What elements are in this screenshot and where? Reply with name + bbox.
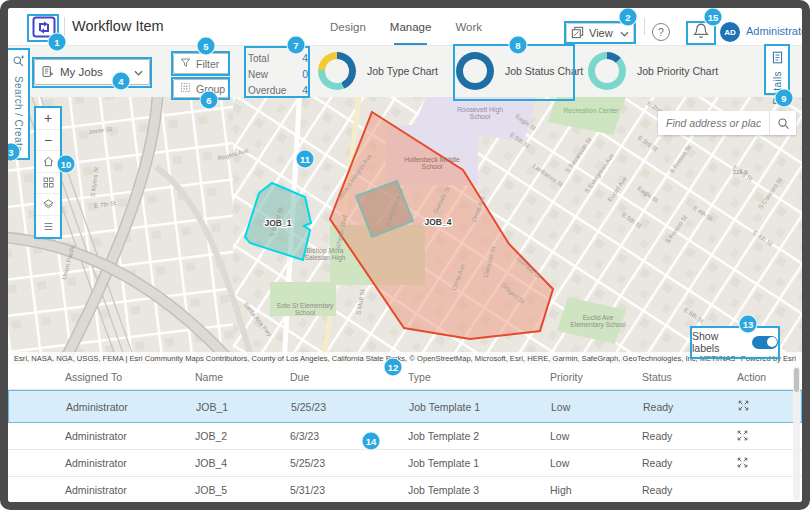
jobs-icon <box>41 65 54 80</box>
table-cell: JOB_5 <box>187 484 282 496</box>
tab-manage[interactable]: Manage <box>390 8 432 45</box>
table-scrollbar[interactable] <box>793 366 800 500</box>
table-cell: Job Template 1 <box>401 401 543 413</box>
find-address-box <box>658 111 796 135</box>
window-frame: Workflow Item DesignManageWork View ? AD… <box>0 0 810 510</box>
home-button[interactable] <box>36 151 60 173</box>
job-type-chart-donut <box>318 52 356 90</box>
table-cell: Job Template 3 <box>400 484 542 496</box>
zoom-to-action-button[interactable] <box>730 400 801 413</box>
show-labels-toggle[interactable] <box>752 336 778 349</box>
table-cell: Low <box>543 401 635 413</box>
details-doc-icon <box>771 50 784 68</box>
table-cell: Ready <box>634 457 729 469</box>
col-header-type: Type <box>400 371 542 383</box>
legend-button[interactable] <box>36 216 60 238</box>
table-cell: High <box>542 484 634 496</box>
page-title: Workflow Item <box>72 18 164 34</box>
filter-funnel-icon <box>180 57 191 70</box>
table-cell: JOB_2 <box>187 430 282 442</box>
basemap-button[interactable] <box>36 173 60 195</box>
col-header-due: Due <box>282 371 400 383</box>
zoom-in-button[interactable]: + <box>36 108 60 130</box>
attribution-text: Esri, NASA, NGA, USGS, FEMA | Esri Commu… <box>14 354 735 363</box>
map-attribution: Esri, NASA, NGA, USGS, FEMA | Esri Commu… <box>8 352 802 364</box>
table-cell: JOB_1 <box>188 401 283 413</box>
table-cell: Administrator <box>57 484 187 496</box>
stat-total: Total4 <box>248 50 308 66</box>
user-name[interactable]: Administrator <box>746 25 802 37</box>
table-row-job_5[interactable]: AdministratorJOB_55/31/23Job Template 3H… <box>8 477 802 502</box>
col-header-status: Status <box>634 371 729 383</box>
table-cell: Ready <box>634 484 729 496</box>
job-priority-chart-donut <box>588 52 626 90</box>
details-label: Details <box>772 71 783 104</box>
basemap: JOB_1JOB_4 <box>8 97 802 364</box>
charts-toolbar: My Jobs Filter Group Total4New0Overdue4 … <box>8 45 802 97</box>
table-cell: Job Template 1 <box>400 457 542 469</box>
jobs-dropdown[interactable]: My Jobs <box>34 59 150 85</box>
job-status-chart-label: Job Status Chart <box>505 65 583 77</box>
col-header-assigned-to: Assigned To <box>57 371 187 383</box>
table-cell: Ready <box>635 401 730 413</box>
jobs-table: Assigned ToNameDueTypePriorityStatusActi… <box>8 364 802 502</box>
scrollbar-thumb[interactable] <box>794 368 799 392</box>
job-priority-chart-label: Job Priority Chart <box>637 65 718 77</box>
view-icon <box>571 26 584 41</box>
job-priority-chart: Job Priority Chart <box>588 52 718 90</box>
map-search-button[interactable] <box>769 111 796 135</box>
search-create-label: Search / Create <box>13 76 24 152</box>
table-cell: 5/25/23 <box>283 401 401 413</box>
table-cell: Administrator <box>57 457 187 469</box>
job-status-chart-donut <box>456 52 494 90</box>
filter-label: Filter <box>196 58 219 70</box>
notifications-bell-icon[interactable] <box>692 22 710 44</box>
details-tab[interactable]: Details <box>765 44 788 96</box>
group-button[interactable]: Group <box>173 79 229 98</box>
view-label: View <box>589 27 615 39</box>
col-header-action: Action <box>729 371 802 383</box>
search-plus-icon <box>12 54 25 72</box>
col-header-name: Name <box>187 371 282 383</box>
zoom-out-button[interactable]: − <box>36 130 60 152</box>
find-address-input[interactable] <box>658 111 769 135</box>
table-cell: Administrator <box>58 401 188 413</box>
layers-button[interactable] <box>36 194 60 216</box>
table-row-job_2[interactable]: AdministratorJOB_26/3/23Job Template 2Lo… <box>8 423 802 450</box>
col-header-priority: Priority <box>542 371 634 383</box>
table-row-job_4[interactable]: AdministratorJOB_45/25/23Job Template 1L… <box>8 450 802 477</box>
table-cell: Low <box>542 430 634 442</box>
table-cell: Job Template 2 <box>400 430 542 442</box>
job-label-job_1: JOB_1 <box>265 218 292 228</box>
table-cell: Administrator <box>57 430 187 442</box>
top-header: Workflow Item DesignManageWork View ? AD… <box>8 8 802 46</box>
workflow-app: Workflow Item DesignManageWork View ? AD… <box>8 8 802 502</box>
header-divider-2 <box>644 18 645 35</box>
map-controls: +− <box>36 108 60 237</box>
group-label: Group <box>196 83 225 95</box>
filter-button[interactable]: Filter <box>173 53 229 74</box>
job-type-chart: Job Type Chart <box>318 52 438 90</box>
help-icon[interactable]: ? <box>652 23 670 41</box>
table-cell: Low <box>542 457 634 469</box>
search-create-tab[interactable]: Search / Create <box>8 48 29 160</box>
job-type-chart-label: Job Type Chart <box>367 65 438 77</box>
table-cell: 6/3/23 <box>282 430 400 442</box>
tab-design[interactable]: Design <box>330 8 366 45</box>
nav-tabs: DesignManageWork <box>330 8 482 45</box>
table-row-job_1[interactable]: AdministratorJOB_15/25/23Job Template 1L… <box>8 390 802 423</box>
chevron-down-icon <box>134 66 143 78</box>
user-avatar[interactable]: AD <box>720 22 740 42</box>
jobs-dropdown-label: My Jobs <box>60 66 128 78</box>
zoom-to-action-button[interactable] <box>729 457 802 470</box>
zoom-to-action-button[interactable] <box>729 430 802 443</box>
chevron-down-icon <box>620 27 629 39</box>
tab-work[interactable]: Work <box>455 8 482 45</box>
view-button[interactable]: View <box>566 23 634 43</box>
table-cell: 5/25/23 <box>282 457 400 469</box>
table-cell: 5/31/23 <box>282 484 400 496</box>
workflow-logo-icon[interactable] <box>30 15 57 38</box>
table-header-row: Assigned ToNameDueTypePriorityStatusActi… <box>8 364 802 390</box>
table-cell: JOB_4 <box>187 457 282 469</box>
map-view[interactable]: JOB_1JOB_4 Roosevelt High SchoolRecreati… <box>8 97 802 364</box>
